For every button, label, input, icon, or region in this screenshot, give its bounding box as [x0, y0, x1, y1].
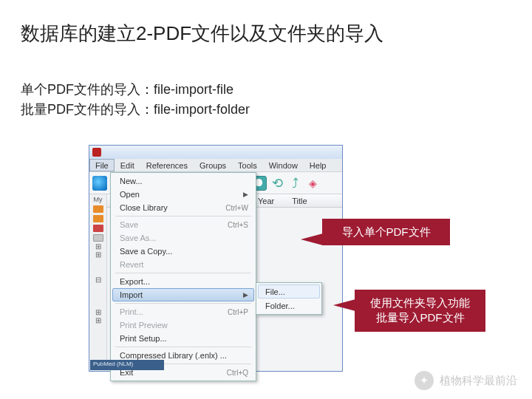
col-title[interactable]: Title	[292, 197, 307, 205]
menu-references[interactable]: References	[140, 159, 194, 171]
sidebar-trash-icon[interactable]	[93, 234, 103, 242]
menu-tools[interactable]: Tools	[232, 159, 263, 171]
subtitle-line-2: 批量PDF文件的导入：file-import-folder	[21, 100, 250, 120]
callout-arrow-icon	[301, 233, 323, 245]
menu-item-save: SaveCtrl+S	[112, 218, 254, 231]
menu-item-print: Print...Ctrl+P	[112, 305, 254, 318]
submenu-item-folder[interactable]: Folder...	[258, 299, 320, 313]
menu-separator	[115, 273, 251, 273]
watermark-text: 植物科学最前沿	[440, 374, 517, 388]
collapse-icon[interactable]: ⊟	[95, 277, 101, 283]
window-titlebar	[89, 146, 342, 159]
menu-item-save-as: Save As...	[112, 231, 254, 245]
menu-item-revert: Revert	[112, 258, 254, 271]
menu-groups[interactable]: Groups	[194, 159, 232, 171]
endnote-window: File Edit References Groups Tools Window…	[89, 145, 343, 372]
submenu-item-file[interactable]: File...	[258, 284, 320, 299]
app-logo-icon	[92, 148, 101, 157]
menu-item-open[interactable]: Open▶	[112, 188, 254, 201]
page-title: 数据库的建立2-PDF文件以及文件夹的导入	[21, 21, 383, 47]
menu-separator	[115, 216, 251, 216]
menu-file[interactable]: File	[89, 159, 115, 171]
expand-icon[interactable]: ⊞	[95, 310, 101, 316]
import-submenu[interactable]: File... Folder...	[256, 282, 322, 315]
watermark: ✦ 植物科学最前沿	[415, 371, 517, 390]
sidebar-folder-icon[interactable]	[93, 225, 103, 232]
callout-import-single: 导入单个PDF文件	[322, 219, 450, 245]
menu-item-new[interactable]: New...	[112, 174, 254, 188]
submenu-arrow-icon: ▶	[243, 291, 248, 299]
expand-icon[interactable]: ⊞	[95, 252, 101, 258]
menu-item-close-library[interactable]: Close LibraryCtrl+W	[112, 201, 254, 214]
menu-item-print-setup[interactable]: Print Setup...	[112, 332, 254, 345]
callout-line: 批量导入PDF文件	[365, 310, 475, 325]
file-dropdown-menu[interactable]: New... Open▶ Close LibraryCtrl+W SaveCtr…	[110, 172, 256, 381]
page-subtitle: 单个PDF文件的导入：file-import-file 批量PDF文件的导入：f…	[21, 80, 250, 120]
menu-window[interactable]: Window	[263, 159, 304, 171]
wechat-icon: ✦	[415, 371, 434, 390]
callout-arrow-icon	[333, 299, 355, 311]
menu-item-import[interactable]: Import▶	[112, 288, 254, 301]
menu-separator	[115, 347, 251, 347]
menu-item-print-preview: Print Preview	[112, 318, 254, 332]
globe-icon[interactable]	[92, 176, 107, 191]
menu-item-export[interactable]: Export...	[112, 275, 254, 288]
status-bar: PubMed (NLM)	[90, 360, 164, 370]
forward-arrow-icon[interactable]: ⤴	[287, 176, 302, 191]
sidebar-folder-icon[interactable]	[93, 215, 103, 222]
sidebar: My ⊞ ⊞ ⊟ ⊞ ⊞	[89, 194, 107, 371]
subtitle-line-1: 单个PDF文件的导入：file-import-file	[21, 80, 250, 100]
diamond-icon[interactable]: ◈	[305, 176, 320, 191]
expand-icon[interactable]: ⊞	[95, 244, 101, 250]
callout-import-folder: 使用文件夹导入功能 批量导入PDF文件	[355, 290, 485, 332]
expand-icon[interactable]: ⊞	[95, 318, 101, 324]
submenu-arrow-icon: ▶	[243, 191, 248, 198]
menu-help[interactable]: Help	[304, 159, 332, 171]
menubar[interactable]: File Edit References Groups Tools Window…	[89, 159, 342, 172]
sidebar-folder-icon[interactable]	[93, 205, 103, 213]
menu-item-save-copy[interactable]: Save a Copy...	[112, 245, 254, 258]
menu-edit[interactable]: Edit	[115, 159, 140, 171]
callout-line: 使用文件夹导入功能	[365, 296, 475, 310]
sidebar-my-label: My	[94, 196, 103, 203]
back-arrow-icon[interactable]: ⟲	[270, 176, 284, 191]
menu-separator	[115, 303, 251, 304]
col-year[interactable]: Year	[258, 197, 274, 205]
